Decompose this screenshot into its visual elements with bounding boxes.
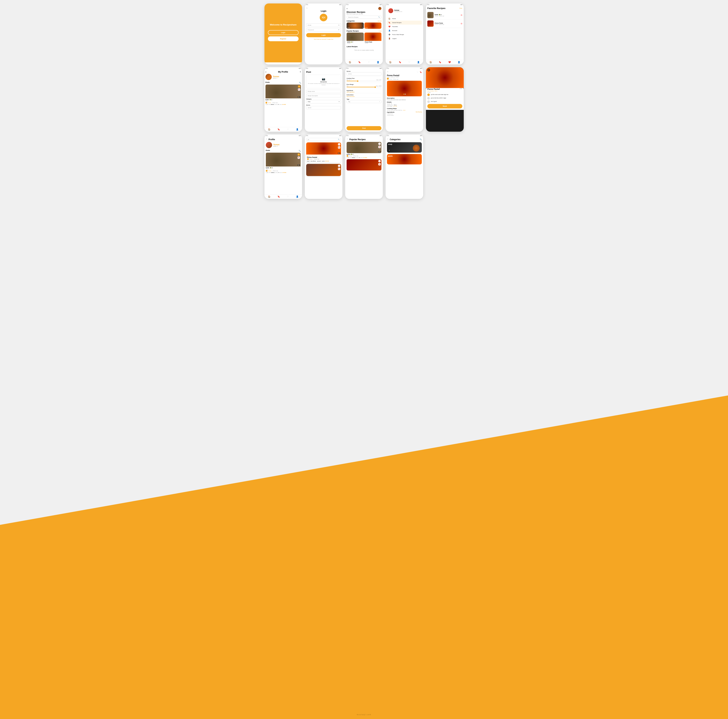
post-button[interactable]: Post bbox=[347, 126, 381, 130]
menu-icon[interactable]: ≡ bbox=[266, 71, 266, 73]
menu-favorites[interactable]: ❤️ Favorites bbox=[387, 24, 422, 29]
remove-fav-turtle[interactable]: ⊖ bbox=[460, 14, 462, 16]
fav-item-pasta[interactable]: Penne Pasta Somaz · 52days ago ⊖ bbox=[427, 20, 462, 28]
recipe-pasta[interactable]: Penne Pasta Somaz bbox=[364, 32, 382, 44]
menu-logout[interactable]: 🚪 Logout bbox=[387, 37, 422, 41]
category-soup[interactable]: soup 4 bbox=[347, 23, 364, 29]
save-button2[interactable]: 🔖 bbox=[378, 163, 381, 165]
start-buying-button[interactable]: Start Buying bbox=[416, 111, 422, 113]
search-icon[interactable]: 🔍 bbox=[420, 139, 422, 140]
clear-button[interactable]: Clear bbox=[459, 8, 462, 9]
recipe-turtle[interactable]: turtle 🐢 2 Somaz bbox=[347, 32, 364, 44]
menu-home[interactable]: 🏠 Home bbox=[387, 17, 422, 21]
category-soup-item[interactable]: soup 4 bbox=[387, 142, 422, 153]
nav-profile[interactable]: 👤 bbox=[377, 61, 379, 63]
search-result-pasta[interactable]: ♥ 🔖 🖼 2 pasta Penne Pasta2 Somaz · 30day… bbox=[306, 142, 341, 162]
nav-home[interactable]: 🏠 bbox=[268, 195, 271, 198]
nav-saved[interactable]: 🔖 bbox=[277, 128, 280, 131]
login-button[interactable]: Login bbox=[268, 30, 298, 35]
heart-button[interactable]: ♥ bbox=[338, 143, 340, 145]
nav-home[interactable]: 🏠 bbox=[430, 61, 432, 63]
recipe-name-input[interactable]: Recipe name bbox=[306, 90, 341, 93]
save-button2[interactable]: 🔖 bbox=[338, 168, 340, 170]
post-card-turtle[interactable]: ♥ 🔖 🖼 2 turtle 🐢 2 soup Somaz · 16days a… bbox=[266, 84, 301, 105]
popular-pasta[interactable]: ♥ 🔖 bbox=[347, 159, 381, 171]
price-slider[interactable]: Min: Max: 1000€ bbox=[347, 85, 381, 87]
heart-button[interactable]: ♥ bbox=[378, 143, 381, 145]
search-icon[interactable]: 🔍 bbox=[298, 150, 301, 152]
nav-saved[interactable]: 🔖 bbox=[439, 61, 441, 63]
category-pasta-item[interactable]: pasta bbox=[387, 154, 422, 165]
heart-button2[interactable]: ♥ bbox=[338, 165, 340, 167]
recipe-desc-input[interactable]: Recipe Description bbox=[306, 94, 341, 98]
heart-button[interactable]: ♥ bbox=[298, 153, 300, 156]
menu-post[interactable]: ➕ Post a New Recipe bbox=[387, 32, 422, 37]
password-input[interactable]: Password 👁 bbox=[306, 28, 341, 32]
nav-favorites[interactable]: ❤️ bbox=[448, 61, 451, 63]
close-button[interactable]: ✕ bbox=[427, 69, 430, 72]
search-input[interactable]: pa 🔍 bbox=[306, 138, 341, 141]
nav-saved[interactable]: 🔖 bbox=[399, 61, 401, 63]
heart-button[interactable]: ♥ bbox=[298, 85, 300, 88]
fav-item-turtle[interactable]: turtle 🐢 2 Somaz · 16days ago ⊖ bbox=[427, 11, 462, 20]
save-button[interactable]: 🔖 bbox=[298, 89, 300, 91]
photo-upload-area[interactable]: 📷 Add photos The number of photos should… bbox=[306, 75, 341, 89]
nav-saved[interactable]: 🔖 bbox=[358, 61, 361, 63]
popular-turtle[interactable]: ♥ 🔖 🖼 2 turtle 🐢 2 Somaz · 16days ago in… bbox=[347, 142, 381, 158]
ingredients-label: Ingredients bbox=[347, 90, 381, 91]
menu-saved[interactable]: 🔖 Saved Recipes bbox=[387, 21, 422, 24]
save-button[interactable]: 🔖 bbox=[378, 146, 381, 148]
nav-profile[interactable]: 👤 bbox=[417, 61, 420, 63]
search-bar[interactable]: Search for Recipes 🔍 bbox=[347, 15, 381, 19]
heart-button2[interactable]: ♥ bbox=[378, 160, 381, 162]
save-button[interactable]: 🔖 bbox=[338, 146, 340, 149]
user-avatar[interactable] bbox=[378, 7, 381, 10]
back-arrow[interactable]: ← bbox=[266, 138, 268, 140]
back-arrow[interactable]: ← bbox=[387, 138, 389, 140]
bookmark-icon[interactable]: 🔖 bbox=[420, 71, 422, 73]
nav-favorites[interactable]: ♡ bbox=[287, 128, 289, 131]
screen-my-profile: 9:41 ●●● ≡ My Profile + Somaz posts: 5 bbox=[265, 67, 302, 132]
add-ingredient-link[interactable]: Add ingredient bbox=[347, 92, 381, 93]
add-icon[interactable]: + bbox=[300, 71, 301, 73]
save-button[interactable]: 🔖 bbox=[298, 156, 300, 159]
nav-profile[interactable]: 👤 bbox=[296, 128, 298, 131]
screen-search-result: 9:41 ●●● pa 🔍 ♥ 🔖 🖼 2 pasta Penne P bbox=[305, 134, 343, 199]
menu-account[interactable]: 👤 Account bbox=[387, 29, 422, 32]
heart-icon[interactable]: ♡ bbox=[417, 71, 418, 73]
cooking-time-slider[interactable]: Min: 15 Max: 100Y bbox=[347, 79, 381, 81]
nav-profile[interactable]: 👤 bbox=[458, 61, 460, 63]
nav-home[interactable]: 🏠 bbox=[268, 128, 271, 131]
category-pasta[interactable]: pasta bbox=[364, 23, 382, 29]
popular-img-pasta: ♥ 🔖 bbox=[347, 159, 381, 171]
back-arrow[interactable]: ← bbox=[387, 71, 389, 73]
nav-saved[interactable]: 🔖 bbox=[277, 195, 280, 198]
category-select[interactable]: soup ▾ bbox=[306, 100, 341, 104]
login-button[interactable]: Login bbox=[306, 33, 341, 37]
tag-input[interactable]: Tag + bbox=[347, 100, 381, 103]
nav-favorites[interactable]: ♡ bbox=[408, 61, 410, 63]
register-button[interactable]: Register bbox=[268, 37, 298, 41]
more-link[interactable]: more bbox=[403, 110, 405, 111]
email-input[interactable]: Email ✉ bbox=[306, 23, 341, 27]
serves-input[interactable]: serves bbox=[306, 106, 341, 109]
remove-fav-pasta[interactable]: ⊖ bbox=[460, 22, 462, 25]
status-bar: 9:41 ●●● bbox=[265, 67, 302, 69]
post-card-turtle2[interactable]: ♥ 🔖 🖼 2 turtle 🐢 2 soup Somaz · 16days a… bbox=[266, 153, 301, 174]
add-instruction-link[interactable]: Add instruction bbox=[347, 96, 381, 97]
back-arrow[interactable]: ← bbox=[347, 138, 348, 140]
back-arrow[interactable]: ← bbox=[306, 7, 341, 9]
nav-favorites[interactable]: ♡ bbox=[287, 195, 289, 198]
finish-button[interactable]: finish bbox=[427, 104, 462, 108]
nav-favorites[interactable]: ♡ bbox=[368, 61, 370, 63]
menu-icon[interactable]: ≡ bbox=[347, 8, 348, 9]
search-icon[interactable]: 🔍 bbox=[299, 82, 301, 84]
clear-button[interactable]: clear bbox=[460, 88, 462, 89]
serves-input2[interactable]: serves bbox=[347, 72, 381, 76]
nav-profile[interactable]: 👤 bbox=[296, 195, 298, 198]
nav-home[interactable]: 🏠 bbox=[349, 61, 351, 63]
search-result-pasta2[interactable]: ♥ 🔖 bbox=[306, 164, 341, 176]
status-bar: 9:41 ●●● bbox=[265, 134, 302, 136]
nav-home[interactable]: 🏠 bbox=[389, 61, 392, 63]
popular-header: Popular Recipes +2 All bbox=[347, 30, 381, 32]
